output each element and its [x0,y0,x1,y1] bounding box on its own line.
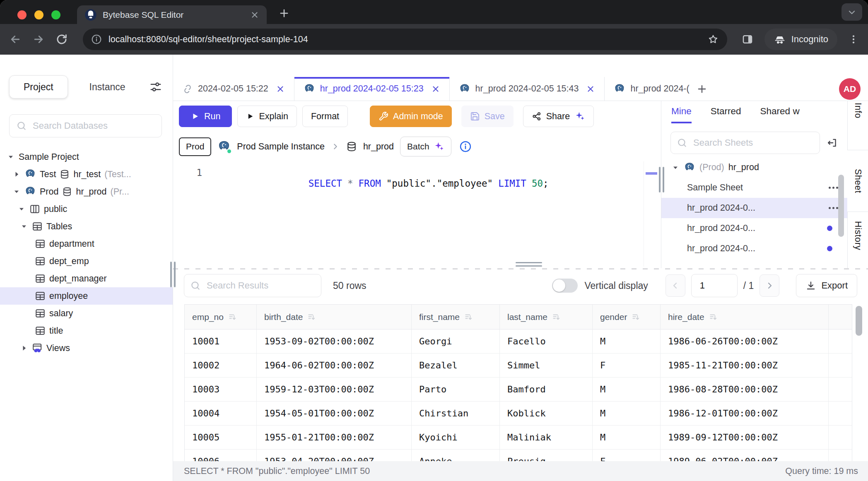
caret-down-icon[interactable] [671,164,680,172]
column-header-hire-date[interactable]: hire_date [661,305,829,329]
caret-down-icon[interactable] [7,153,15,161]
column-header-birth-date[interactable]: birth_date [257,305,412,329]
minimize-window-button[interactable] [34,10,43,19]
sort-icon[interactable] [631,313,640,322]
sheet-search-input[interactable] [692,137,814,149]
cell[interactable]: Bamford [500,378,593,402]
tab-mine[interactable]: Mine [671,106,692,123]
page-number-input[interactable] [691,274,738,297]
instance-name[interactable]: Prod Sample Instance [237,142,325,152]
close-tab-icon[interactable] [250,10,259,19]
cell[interactable]: Bezalel [412,354,500,378]
tab-history[interactable]: History [847,212,868,268]
sort-icon[interactable] [709,313,718,322]
prev-page-button[interactable] [665,274,685,297]
browser-menu-icon[interactable] [848,34,859,45]
vertical-display-toggle[interactable] [552,279,578,293]
reload-icon[interactable] [55,33,68,46]
sort-icon[interactable] [464,313,473,322]
tab-instance[interactable]: Instance [89,82,125,93]
tree-item-hr-prod[interactable]: Prod hr_prod (Pr... [0,183,173,200]
tab-search-button[interactable] [841,3,862,21]
forward-icon[interactable] [32,33,45,46]
next-page-button[interactable] [760,274,779,297]
more-icon[interactable] [829,187,831,189]
cell[interactable]: M [593,378,661,402]
caret-down-icon[interactable] [12,188,21,196]
tree-item-project[interactable]: Sample Project [0,148,173,166]
sql-editor[interactable]: 1 SELECT*FROM"public"."employee"LIMIT50; [173,161,661,268]
close-worksheet-icon[interactable] [586,84,595,94]
results-resize-handle[interactable] [516,262,542,269]
worksheet-tab[interactable]: hr_prod 2024-02-05 15:43 [450,77,605,101]
cell[interactable]: 1986-06-26T00:00:00Z [661,329,829,354]
tree-item-table-salary[interactable]: salary [0,305,173,322]
cell[interactable]: Parto [412,378,500,402]
cell[interactable]: Chirstian [412,402,500,426]
tab-project[interactable]: Project [9,75,68,99]
cell[interactable]: M [593,402,661,426]
cell[interactable]: 1953-04-20T00:00:00Z [257,450,412,461]
panel-resize-handle[interactable] [659,167,664,192]
side-panel-icon[interactable] [741,33,754,46]
cell[interactable]: M [593,426,661,450]
connection-info-icon[interactable] [459,140,472,153]
cell[interactable]: 1989-09-12T00:00:00Z [661,426,829,450]
database-search-input[interactable] [32,120,155,132]
admin-mode-button[interactable]: Admin mode [370,106,452,127]
sheet-item[interactable]: hr_prod 2024-0... [661,218,847,238]
cell[interactable]: 1986-12-01T00:00:00Z [661,402,829,426]
cell[interactable]: 1985-11-21T00:00:00Z [661,354,829,378]
cell[interactable]: Koblick [500,402,593,426]
cell[interactable]: 10005 [185,426,257,450]
run-button[interactable]: Run [179,106,232,127]
user-avatar[interactable]: AD [839,78,861,100]
worksheet-tab-unsaved[interactable]: 2024-02-05 15:22 [173,77,294,101]
close-worksheet-icon[interactable] [431,84,440,94]
cell[interactable]: 1989-06-02T00:00:00Z [661,450,829,461]
maximize-window-button[interactable] [51,10,60,19]
tree-item-schema-public[interactable]: public [0,200,173,218]
results-search-input[interactable] [206,280,315,291]
sheet-item[interactable]: Sample Sheet [661,178,847,198]
cell[interactable]: 1964-06-02T00:00:00Z [257,354,412,378]
address-bar[interactable]: localhost:8080/sql-editor/sheet/project-… [83,29,727,50]
sort-icon[interactable] [228,313,237,322]
cell[interactable]: Facello [500,329,593,354]
bookmark-star-icon[interactable] [707,34,719,45]
tree-item-hr-test[interactable]: Test hr_test (Test... [0,166,173,183]
sidebar-resize-handle[interactable] [170,262,176,287]
explain-button[interactable]: Explain [237,106,297,127]
back-icon[interactable] [9,33,22,46]
cell[interactable]: 10004 [185,402,257,426]
tree-item-table-department[interactable]: department [0,235,173,253]
cell[interactable]: 10002 [185,354,257,378]
caret-right-icon[interactable] [12,170,21,178]
sort-icon[interactable] [307,313,316,322]
collapse-panel-icon[interactable] [827,137,838,149]
sheet-list-scrollbar[interactable] [838,175,844,237]
tab-sheet[interactable]: Sheet [847,150,868,212]
sheet-item-selected[interactable]: hr_prod 2024-0... [661,198,847,218]
cell[interactable]: 1955-01-21T00:00:00Z [257,426,412,450]
cell[interactable]: 10003 [185,378,257,402]
browser-tab[interactable]: Bytebase SQL Editor [77,5,267,24]
new-tab-button[interactable] [278,7,290,19]
sheet-group-hr-prod[interactable]: (Prod) hr_prod [661,157,847,178]
tab-starred[interactable]: Starred [711,106,741,122]
tree-item-table-employee[interactable]: employee [0,287,173,305]
cell[interactable]: F [593,450,661,461]
cell[interactable]: Maliniak [500,426,593,450]
cell[interactable]: 10006 [185,450,257,461]
tab-info[interactable]: Info [847,101,868,150]
cell[interactable]: F [593,354,661,378]
export-button[interactable]: Export [796,274,857,297]
cell[interactable]: Preusig [500,450,593,461]
editor-minimap[interactable] [644,161,658,267]
more-icon[interactable] [829,207,831,209]
batch-mode-button[interactable]: Batch [400,137,451,156]
tree-item-views-group[interactable]: Views [0,339,173,357]
cell[interactable]: Anneke [412,450,500,461]
results-scrollbar[interactable] [856,306,862,336]
cell[interactable]: Georgi [412,329,500,354]
